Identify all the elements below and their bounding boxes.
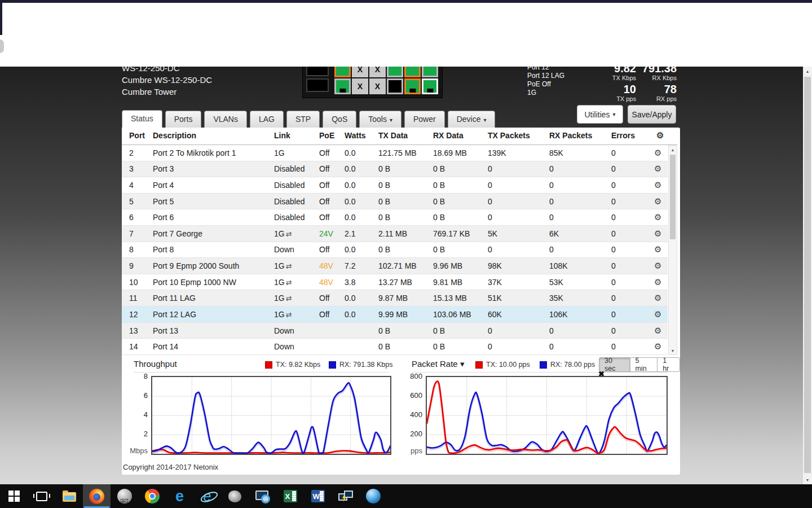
row-settings-gear-icon[interactable]: ⚙: [654, 212, 661, 222]
row-settings-gear-icon[interactable]: ⚙: [654, 309, 661, 319]
row-settings-gear-icon[interactable]: ⚙: [654, 229, 661, 239]
sfp-port-indicator[interactable]: [306, 78, 329, 92]
chart-close-icon[interactable]: ✖: [598, 370, 604, 378]
taskbar-file-explorer-button[interactable]: [55, 484, 83, 508]
port-indicator-up[interactable]: [422, 67, 438, 77]
time-range-button-5-min[interactable]: 5 min: [630, 357, 658, 372]
row-settings-gear-icon[interactable]: ⚙: [654, 277, 661, 287]
cell: 98K: [488, 261, 502, 270]
row-settings-gear-icon[interactable]: ⚙: [654, 148, 661, 158]
row-settings-gear-icon[interactable]: ⚙: [654, 293, 661, 303]
port-indicator-disabled[interactable]: X: [352, 78, 368, 94]
scroll-up-icon[interactable]: ▲: [803, 67, 812, 75]
tab-tools[interactable]: Tools▾: [359, 111, 401, 128]
tab-power[interactable]: Power: [404, 111, 445, 128]
port-indicator-up[interactable]: [387, 67, 403, 77]
taskbar-internet-explorer-button[interactable]: e: [193, 484, 221, 508]
table-row-port-7[interactable]: 1G⇄7Port 7 George24V2.12.11 MB769.17 KB5…: [122, 226, 668, 242]
table-row-port-2[interactable]: 1G2Port 2 To Mikrotik port 1Off0.0121.75…: [122, 145, 668, 161]
chart-title-packet-rate[interactable]: Packet Rate ▾: [412, 359, 464, 369]
port-indicator-poe-on[interactable]: [334, 67, 351, 77]
caret-down-icon: ▾: [483, 117, 486, 123]
sfp-port-indicator[interactable]: [306, 67, 329, 76]
table-row-port-13[interactable]: Down13Port 130 B0 B000⚙: [122, 323, 668, 339]
taskbar-remote-desktop-button[interactable]: [332, 484, 359, 508]
row-settings-gear-icon[interactable]: ⚙: [654, 326, 661, 336]
internet-explorer-icon: e: [204, 489, 211, 504]
port-indicator-disabled[interactable]: X: [369, 78, 386, 94]
scroll-down-icon[interactable]: ▼: [669, 347, 677, 354]
time-range-button-1-hr[interactable]: 1 hr: [657, 357, 680, 372]
port-indicator-disabled[interactable]: X: [369, 67, 386, 77]
cell: 6: [129, 213, 134, 222]
cell: 103.06 MB: [433, 310, 471, 319]
scroll-up-icon[interactable]: ▲: [669, 146, 677, 154]
cell: 5K: [488, 229, 497, 238]
table-row-port-12[interactable]: 1G⇄12Port 12 LAGOff0.09.99 MB103.06 MB60…: [122, 306, 668, 323]
table-scrollbar-thumb[interactable]: [670, 155, 676, 239]
column-header-poe: PoE: [319, 131, 334, 140]
cell: 48V: [319, 261, 333, 270]
taskbar-chrome-button[interactable]: [138, 484, 166, 508]
taskbar-word-button[interactable]: W: [304, 484, 332, 508]
table-row-port-4[interactable]: Disabled4Port 4Off0.00 B0 B000⚙: [122, 177, 668, 194]
browser-scrollbar-thumb[interactable]: [804, 77, 811, 473]
row-settings-gear-icon[interactable]: ⚙: [654, 244, 661, 255]
save-apply-button[interactable]: Save/Apply: [628, 105, 676, 124]
row-settings-gear-icon[interactable]: ⚙: [654, 341, 661, 352]
table-settings-gear-icon[interactable]: ⚙: [656, 130, 664, 141]
taskbar-task-view-button[interactable]: [28, 484, 55, 508]
cell: 0: [488, 181, 492, 190]
table-row-port-8[interactable]: Down8Port 8Off0.00 B0 B000⚙: [122, 242, 668, 259]
cell: Off: [319, 164, 329, 173]
y-axis-tick: 200: [401, 430, 422, 438]
port-indicator-up[interactable]: [334, 78, 351, 94]
table-row-port-5[interactable]: Disabled5Port 5Off0.00 B0 B000⚙: [122, 194, 668, 210]
tab-stp[interactable]: STP: [286, 111, 320, 128]
port-indicator-poe-on[interactable]: [404, 67, 421, 77]
cell: Off: [319, 197, 329, 206]
tab-vlans[interactable]: VLANs: [204, 111, 247, 128]
row-settings-gear-icon[interactable]: ⚙: [654, 196, 661, 207]
browser-scrollbar[interactable]: ▲ ▼: [803, 67, 812, 484]
port-indicator-down[interactable]: [387, 78, 403, 94]
tab-qos[interactable]: QoS: [323, 111, 356, 128]
taskbar-blue-globe-button[interactable]: [359, 484, 387, 508]
table-row-port-10[interactable]: 1G⇄10Port 10 Epmp 1000 NW48V3.813.27 MB9…: [122, 274, 668, 291]
port-indicator-poe-on[interactable]: [404, 78, 421, 94]
row-settings-gear-icon[interactable]: ⚙: [654, 261, 661, 271]
taskbar-start-button[interactable]: [0, 484, 28, 508]
tab-lag[interactable]: LAG: [250, 111, 284, 128]
taskbar-edge-button[interactable]: e: [166, 484, 193, 508]
tab-ports[interactable]: Ports: [165, 111, 202, 128]
row-settings-gear-icon[interactable]: ⚙: [654, 180, 661, 190]
port-indicator-selected[interactable]: [422, 78, 438, 94]
selected-port-number: Port 12: [527, 67, 564, 72]
legend-swatch-icon: [475, 361, 483, 369]
taskbar-firefox-button[interactable]: [83, 484, 111, 508]
row-settings-gear-icon[interactable]: ⚙: [654, 164, 661, 174]
table-row-port-14[interactable]: Down14Port 140 B0 B000⚙: [122, 339, 668, 355]
cell-link: Disabled: [274, 197, 304, 206]
selected-port-info: Port 12 Port 12 LAG PoE Off 1G: [527, 67, 564, 97]
taskbar-gray-globe-button[interactable]: FTD: [111, 484, 138, 508]
table-row-port-6[interactable]: Disabled6Port 6Off0.00 B0 B000⚙: [122, 209, 668, 226]
tab-bar: StatusPortsVLANsLAGSTPQoSTools▾PowerDevi…: [122, 111, 498, 128]
scroll-down-icon[interactable]: ▼: [803, 476, 812, 484]
tab-device[interactable]: Device▾: [448, 111, 496, 128]
taskbar-gray-tool-button[interactable]: [221, 484, 249, 508]
table-scrollbar[interactable]: ▲ ▼: [668, 145, 677, 355]
port-indicator-disabled[interactable]: X: [352, 67, 368, 77]
legend-item: TX: 10.00 pps: [475, 361, 530, 369]
taskbar-excel-button[interactable]: X: [276, 484, 304, 508]
cell-link: Disabled: [274, 181, 304, 190]
utilities-button[interactable]: Utilities ▾: [577, 105, 623, 124]
table-row-port-11[interactable]: 1G⇄11Port 11 LAGOff0.09.87 MB15.13 MB51K…: [122, 290, 668, 306]
table-row-port-3[interactable]: Disabled3Port 3Off0.00 B0 B000⚙: [122, 161, 668, 178]
tab-status[interactable]: Status: [122, 110, 162, 128]
cell: 108K: [549, 261, 568, 270]
cell: 4: [129, 181, 134, 190]
table-row-port-9[interactable]: 1G⇄9Port 9 Epmp 2000 South48V7.2102.71 M…: [122, 258, 668, 274]
time-range-group: 30 sec5 min1 hr: [599, 357, 680, 372]
taskbar-ip-scanner-button[interactable]: [249, 484, 276, 508]
